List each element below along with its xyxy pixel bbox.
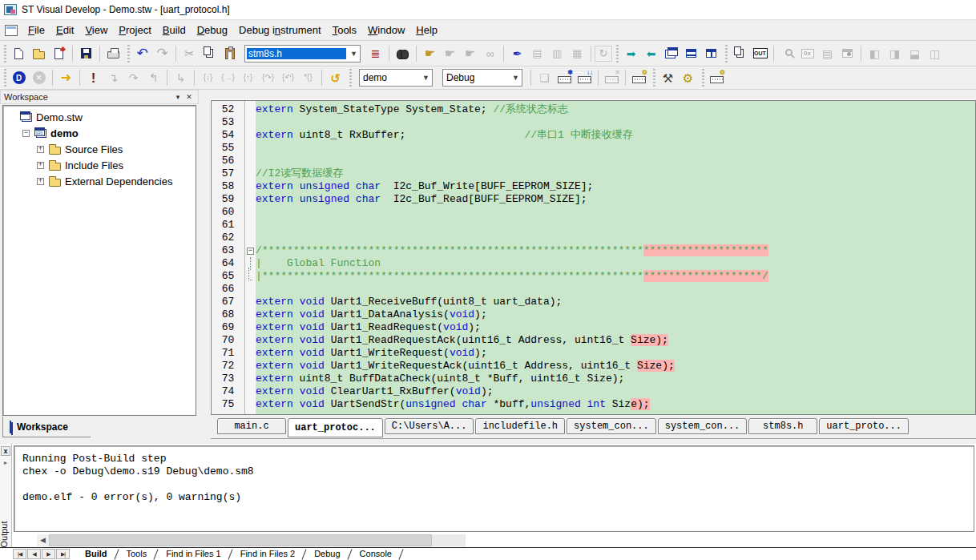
tree-item-source-files[interactable]: +Source Files <box>3 141 196 157</box>
editor-tab-includefile-h[interactable]: includefile.h <box>475 418 565 434</box>
tree-item-include-files[interactable]: +Include Files <box>3 157 196 173</box>
toolbar-drag-handle[interactable] <box>653 69 655 87</box>
child-window-icon[interactable] <box>5 25 18 36</box>
workspace-menu-button[interactable]: ▾ <box>172 92 184 103</box>
save-icon[interactable] <box>76 44 96 63</box>
copy-page-icon[interactable] <box>730 44 750 63</box>
menu-project[interactable]: Project <box>113 22 156 38</box>
editor-tab-stm8s-h[interactable]: stm8s.h <box>748 418 817 434</box>
editor-tab-main-c[interactable]: main.c <box>217 418 286 434</box>
editor-tab-uart-proto-[interactable]: uart_proto... <box>819 418 909 434</box>
expand-icon[interactable]: + <box>37 162 44 169</box>
forward-icon[interactable]: ➡ <box>621 44 641 63</box>
output-horizontal-scrollbar[interactable]: ◀ <box>37 534 466 546</box>
output-tab-find-in-files-2[interactable]: Find in Files 2 <box>231 548 304 560</box>
build-settings-icon[interactable]: ⚒ <box>658 68 678 87</box>
file-combo[interactable]: stm8s.h▼ <box>244 45 361 62</box>
halt-icon[interactable]: ! <box>83 68 103 87</box>
cascade-windows-icon[interactable] <box>661 44 681 63</box>
fold-collapse-icon[interactable]: − <box>245 244 256 257</box>
output-tab-tools[interactable]: Tools <box>117 548 157 560</box>
editor-tab-system-con-[interactable]: system_con... <box>658 418 748 434</box>
workspace-close-button[interactable]: ✕ <box>184 92 195 103</box>
print-icon[interactable] <box>103 44 123 63</box>
new-file-icon[interactable] <box>9 44 29 63</box>
menu-window[interactable]: Window <box>362 22 410 38</box>
output-expand-button[interactable]: ▸ <box>1 458 10 468</box>
code-fold-margin[interactable]: − <box>245 101 256 414</box>
scrollbar-track[interactable] <box>49 534 466 546</box>
compile-icon[interactable]: ✱ <box>555 68 575 87</box>
pen-icon[interactable]: ✒ <box>507 44 527 63</box>
scroll-left-button[interactable]: ◀ <box>37 534 49 546</box>
editor-tab-c-users-a-[interactable]: C:\Users\A... <box>385 418 474 434</box>
toolbar-drag-handle[interactable] <box>725 45 728 62</box>
save-workspace-icon[interactable] <box>49 44 69 63</box>
line-number-gutter[interactable]: 5253545556575859606162636465666768697071… <box>212 101 245 414</box>
expand-icon[interactable]: + <box>37 146 44 153</box>
toolbar-drag-handle[interactable] <box>4 69 6 87</box>
build-output-text[interactable]: Running Post-Build stepchex -o Debug\dem… <box>14 445 974 532</box>
project-combo[interactable]: demo▼ <box>359 69 433 87</box>
chevron-down-icon[interactable]: ▼ <box>510 74 522 82</box>
toolbar-drag-handle[interactable] <box>616 45 619 62</box>
expand-icon[interactable]: + <box>37 178 44 185</box>
next-tab-button[interactable]: ▶ <box>42 549 55 559</box>
undo-icon[interactable]: ↶ <box>132 44 152 63</box>
scrollbar-thumb[interactable] <box>49 534 432 546</box>
menu-debug[interactable]: Debug <box>192 22 233 38</box>
first-tab-button[interactable]: |◀ <box>13 549 26 559</box>
paste-icon[interactable] <box>220 44 240 63</box>
editor-tab-system-con-[interactable]: system_con... <box>567 418 656 434</box>
output-window-icon[interactable]: out <box>750 44 770 63</box>
code-text-area[interactable]: extern System_StateType System_State; //… <box>256 101 975 414</box>
code-line <box>256 142 975 155</box>
output-tab-debug[interactable]: Debug <box>304 548 349 560</box>
debug-start-icon[interactable]: D <box>9 68 29 87</box>
program-device-icon[interactable]: ⚙ <box>707 68 727 87</box>
menu-file[interactable]: File <box>22 22 50 38</box>
prev-tab-button[interactable]: ◀ <box>27 549 41 559</box>
run-settings-icon[interactable]: ⚙ <box>678 68 698 87</box>
toolbar-drag-handle[interactable] <box>702 69 704 87</box>
find-in-files-icon[interactable] <box>393 44 413 63</box>
collapse-icon[interactable]: − <box>22 130 30 137</box>
toolbar-drag-handle[interactable] <box>4 45 6 62</box>
vertical-splitter[interactable] <box>199 90 211 444</box>
build-icon[interactable]: ↓↓ <box>575 68 595 87</box>
tree-item-demo-stw[interactable]: Demo.stw <box>3 109 196 125</box>
hand-icon[interactable]: ☛ <box>420 44 440 63</box>
mdi-client-area <box>211 90 976 100</box>
output-close-button[interactable]: x <box>1 446 10 456</box>
menu-build[interactable]: Build <box>157 22 192 38</box>
workspace-tree[interactable]: Demo.stw−demo+Source Files+Include Files… <box>2 105 196 416</box>
tile-horizontal-icon[interactable] <box>681 44 701 63</box>
open-file-icon[interactable] <box>29 44 49 63</box>
menu-help[interactable]: Help <box>410 22 443 38</box>
tile-vertical-icon[interactable] <box>701 44 721 63</box>
tree-item-external-dependencies[interactable]: +External Dependencies <box>3 173 196 189</box>
continue-icon[interactable]: ➜ <box>56 68 76 87</box>
copy-icon[interactable] <box>200 44 220 63</box>
goto-line-icon[interactable]: ≣ <box>365 44 385 63</box>
config-combo[interactable]: Debug▼ <box>442 69 522 87</box>
menu-view[interactable]: View <box>79 22 113 38</box>
rebuild-all-icon[interactable]: ⚙ <box>629 68 649 87</box>
back-icon[interactable]: ⬅ <box>641 44 661 63</box>
restart-icon[interactable]: ↺ <box>325 68 345 87</box>
tree-item-demo[interactable]: −demo <box>3 125 196 141</box>
workspace-tab[interactable]: Workspace <box>2 417 91 437</box>
output-tab-build[interactable]: Build <box>75 548 117 560</box>
output-tab-console[interactable]: Console <box>350 548 401 560</box>
menu-debug-instrument[interactable]: Debug instrument <box>233 22 327 38</box>
menu-edit[interactable]: Edit <box>50 22 79 38</box>
last-tab-button[interactable]: ▶| <box>56 549 70 559</box>
output-tab-find-in-files-1[interactable]: Find in Files 1 <box>156 548 230 560</box>
editor-tab-uart-protoc-[interactable]: uart_protoc... <box>288 418 383 437</box>
toolbar-drag-handle[interactable] <box>349 69 352 87</box>
chevron-down-icon[interactable]: ▼ <box>348 50 360 58</box>
chevron-down-icon[interactable]: ▼ <box>420 74 432 82</box>
toolbar-separator <box>321 70 322 86</box>
toolbar-drag-handle[interactable] <box>127 45 130 62</box>
menu-tools[interactable]: Tools <box>327 22 362 38</box>
